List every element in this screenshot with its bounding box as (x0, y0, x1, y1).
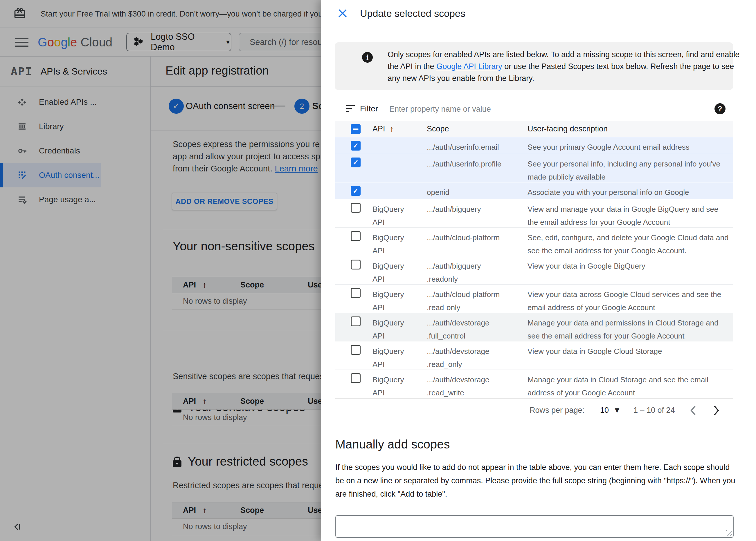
scopes-table-body: ✓.../auth/userinfo.emailSee your primary… (335, 137, 733, 398)
description-cell: See your personal info, including any pe… (528, 158, 731, 184)
close-icon[interactable] (336, 8, 349, 20)
scopes-table-header: API↑ Scope User-facing description (335, 121, 733, 137)
pagination-range: 1 – 10 of 24 (633, 398, 675, 422)
google-api-library-link[interactable]: Google API Library (436, 62, 502, 71)
api-cell: BigQuery API (372, 203, 416, 229)
description-cell: View and manage your data in Google BigQ… (528, 203, 731, 229)
help-icon[interactable]: ? (714, 103, 726, 114)
scope-cell: .../auth/devstorage.read_only (427, 345, 523, 371)
unchecked-checkbox[interactable] (351, 316, 361, 326)
filter-bar: Filter ? (335, 97, 733, 121)
api-cell: BigQuery API (372, 288, 416, 314)
unchecked-checkbox[interactable] (351, 231, 361, 241)
checked-checkbox[interactable]: ✓ (351, 186, 361, 196)
filter-input[interactable] (389, 101, 651, 117)
description-cell: Associate you with your personal info on… (528, 186, 731, 199)
description-cell: See, edit, configure, and delete your Go… (528, 231, 731, 257)
api-cell: BigQuery API (372, 316, 416, 342)
info-text: Only scopes for enabled APIs are listed … (388, 49, 748, 84)
scope-row[interactable]: BigQuery API.../auth/cloud-platformSee, … (335, 228, 733, 256)
manual-add-scopes-description: If the scopes you would like to add do n… (335, 461, 739, 501)
filter-label: Filter (360, 97, 378, 120)
scope-cell: .../auth/userinfo.profile (427, 158, 523, 171)
manual-scopes-textarea[interactable] (335, 515, 734, 538)
description-cell: Manage your data in Cloud Storage and se… (528, 373, 731, 399)
description-cell: See your primary Google Account email ad… (528, 141, 731, 154)
next-page-icon[interactable] (711, 404, 722, 417)
description-cell: View your data in Google Cloud Storage (528, 345, 731, 358)
api-cell: BigQuery API (372, 260, 416, 286)
scope-row[interactable]: BigQuery API.../auth/devstorage.full_con… (335, 313, 733, 341)
description-cell: Manage your data and permissions in Clou… (528, 316, 731, 342)
rows-per-page-select[interactable]: 10 (600, 398, 609, 422)
scope-row[interactable]: BigQuery API.../auth/devstorage.read_onl… (335, 341, 733, 370)
panel-title: Update selected scopes (360, 0, 465, 27)
scope-row[interactable]: BigQuery API.../auth/bigquery.readonlyVi… (335, 256, 733, 284)
scope-row[interactable]: ✓openidAssociate you with your personal … (335, 183, 733, 199)
prev-page-icon[interactable] (687, 404, 699, 417)
description-cell: View your data across Google Cloud servi… (528, 288, 731, 314)
checked-checkbox[interactable]: ✓ (351, 141, 361, 151)
panel-header: Update selected scopes (321, 0, 756, 27)
pagination-bar: Rows per page: 10 ▼ 1 – 10 of 24 (335, 398, 733, 422)
dropdown-caret-icon[interactable]: ▼ (613, 398, 621, 422)
api-cell: BigQuery API (372, 231, 416, 257)
update-scopes-panel: Update selected scopes i Only scopes for… (321, 0, 756, 541)
scopes-table: Filter ? API↑ Scope User-facing descript… (335, 97, 733, 422)
unchecked-checkbox[interactable] (351, 260, 361, 270)
column-header-scope[interactable]: Scope (427, 121, 449, 137)
api-cell: BigQuery API (372, 345, 416, 371)
description-cell: View your data in Google BigQuery (528, 260, 731, 273)
scope-row[interactable]: BigQuery API.../auth/cloud-platform.read… (335, 284, 733, 313)
info-icon: i (362, 52, 373, 63)
filter-icon (346, 105, 355, 114)
unchecked-checkbox[interactable] (351, 288, 361, 298)
scope-cell: .../auth/devstorage.read_write (427, 373, 523, 399)
unchecked-checkbox[interactable] (351, 203, 361, 213)
select-all-checkbox[interactable] (351, 124, 361, 134)
scope-cell: .../auth/bigquery (427, 203, 523, 216)
sort-ascending-icon: ↑ (390, 125, 394, 133)
scope-cell: .../auth/cloud-platform (427, 231, 523, 244)
scope-cell: .../auth/bigquery.readonly (427, 260, 523, 286)
checked-checkbox[interactable]: ✓ (351, 158, 361, 167)
unchecked-checkbox[interactable] (351, 373, 361, 383)
column-header-description[interactable]: User-facing description (528, 121, 608, 137)
info-banner: i Only scopes for enabled APIs are liste… (335, 42, 733, 90)
unchecked-checkbox[interactable] (351, 345, 361, 355)
scope-row[interactable]: ✓.../auth/userinfo.profileSee your perso… (335, 154, 733, 183)
scope-row[interactable]: BigQuery API.../auth/devstorage.read_wri… (335, 370, 733, 398)
scope-cell: .../auth/cloud-platform.read-only (427, 288, 523, 314)
scope-row[interactable]: ✓.../auth/userinfo.emailSee your primary… (335, 137, 733, 154)
scope-cell: .../auth/devstorage.full_control (427, 316, 523, 342)
scope-row[interactable]: BigQuery API.../auth/bigqueryView and ma… (335, 199, 733, 228)
scope-cell: .../auth/userinfo.email (427, 141, 523, 154)
rows-per-page-label: Rows per page: (530, 398, 584, 422)
scope-cell: openid (427, 186, 523, 199)
manual-add-scopes-title: Manually add scopes (335, 437, 450, 451)
api-cell: BigQuery API (372, 373, 416, 399)
column-header-api[interactable]: API↑ (372, 121, 394, 137)
